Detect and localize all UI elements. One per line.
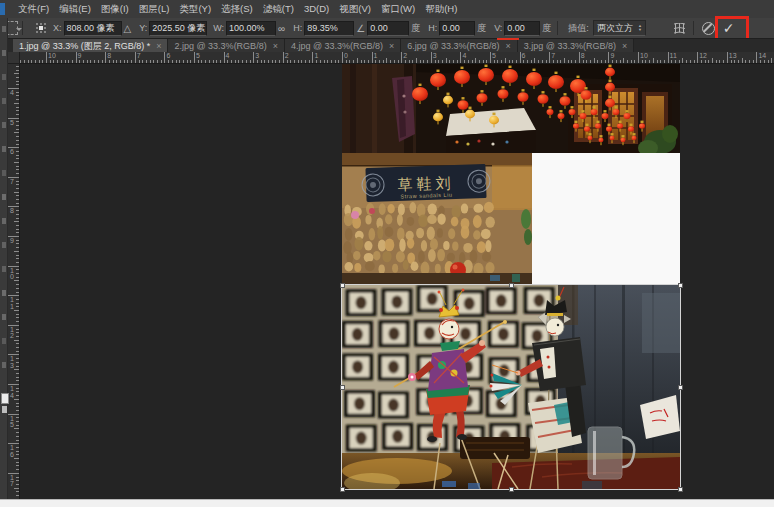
tools-panel-edge[interactable] <box>0 18 8 499</box>
tab-label: 4.jpg @ 33.3%(RGB/8) <box>291 41 383 51</box>
relative-position-icon[interactable]: △ <box>124 23 132 34</box>
width-input[interactable]: 100.00% <box>226 21 276 36</box>
ruler-number: 1 6 <box>10 445 14 458</box>
h-skew-unit: 度 <box>477 22 486 35</box>
ruler-number: 1 3 <box>10 356 14 369</box>
ruler-corner <box>8 52 20 64</box>
ruler-number: 1 5 <box>10 416 14 429</box>
tab-3jpg[interactable]: 3.jpg @ 33.3%(RGB/8) × <box>518 39 634 53</box>
tool-icon-fragment <box>2 74 6 80</box>
ruler-number: 7 <box>137 52 141 59</box>
height-input[interactable]: 89.35% <box>304 21 354 36</box>
transform-handle[interactable] <box>340 487 345 492</box>
lanterns-photo <box>342 64 680 153</box>
close-icon[interactable]: × <box>273 42 278 51</box>
divider <box>557 21 558 35</box>
shadow-puppets-photo[interactable] <box>342 285 680 489</box>
white-layer-area <box>532 153 680 285</box>
interpolation-select[interactable]: 两次立方 ▲▼ <box>593 20 646 36</box>
tool-icon-fragment <box>2 242 6 248</box>
ruler-number: 4 <box>226 52 230 59</box>
menu-layer[interactable]: 图层(L) <box>134 0 175 18</box>
transform-handle[interactable] <box>340 385 345 390</box>
y-position-input[interactable]: 2025.50 像素 <box>149 21 207 36</box>
ruler-number: 7 <box>10 179 14 186</box>
ruler-number: 8 <box>10 208 14 215</box>
tool-icon-fragment <box>2 314 6 320</box>
commit-transform-icon[interactable]: ✓ <box>723 21 735 35</box>
ruler-number: 9 <box>610 52 614 59</box>
select-arrows-icon: ▲▼ <box>638 24 642 32</box>
ruler-number: 7 <box>551 52 555 59</box>
tab-4jpg[interactable]: 4.jpg @ 33.3%(RGB/8) × <box>285 39 401 53</box>
x-label: X: <box>53 23 62 33</box>
tool-icon-fragment <box>2 290 6 296</box>
transform-handle[interactable] <box>509 487 514 492</box>
ruler-number: 2 <box>285 52 289 59</box>
tool-icon-fragment <box>2 338 6 344</box>
ruler-number: 1 <box>314 52 318 59</box>
transform-handle[interactable] <box>678 283 683 288</box>
warp-mode-icon[interactable] <box>673 23 686 34</box>
menu-type[interactable]: 类型(Y) <box>174 0 216 18</box>
horizontal-ruler[interactable]: 1098765432101234567891011121314 <box>20 52 774 64</box>
h-skew-label: H: <box>428 23 437 33</box>
menu-help[interactable]: 帮助(H) <box>420 0 462 18</box>
document-tab-bar: 1.jpg @ 33.3% (图层 2, RGB/8) * × 2.jpg @ … <box>0 38 774 52</box>
menu-file[interactable]: 文件(F) <box>13 0 54 18</box>
tab-label: 2.jpg @ 33.3%(RGB/8) <box>174 41 266 51</box>
interpolation-value: 两次立方 <box>597 22 633 35</box>
close-icon[interactable]: × <box>156 42 161 51</box>
tab-label: 1.jpg @ 33.3% (图层 2, RGB/8) * <box>19 40 150 53</box>
app-logo-icon <box>0 3 5 15</box>
menu-view[interactable]: 视图(V) <box>334 0 376 18</box>
ruler-number: 4 <box>462 52 466 59</box>
close-icon[interactable]: × <box>622 42 627 51</box>
ruler-number: 2 <box>403 52 407 59</box>
menu-window[interactable]: 窗口(W) <box>376 0 420 18</box>
reference-point-grid-icon[interactable] <box>35 22 47 34</box>
v-skew-input[interactable]: 0.00 <box>504 21 540 36</box>
ruler-number: 9 <box>10 238 14 245</box>
v-skew-label: V: <box>494 23 502 33</box>
ruler-number: 3 <box>255 52 259 59</box>
menu-filter[interactable]: 滤镜(T) <box>258 0 299 18</box>
tool-icon-fragment <box>2 194 6 200</box>
angle-icon: ∠ <box>356 23 365 34</box>
shop-sign-title: 草鞋刘 <box>397 174 455 193</box>
transform-handle[interactable] <box>509 283 514 288</box>
tool-icon-fragment <box>2 146 6 152</box>
transform-handle[interactable] <box>340 283 345 288</box>
transform-handle[interactable] <box>678 385 683 390</box>
tool-icon-fragment <box>2 266 6 272</box>
tab-2jpg[interactable]: 2.jpg @ 33.3%(RGB/8) × <box>168 39 284 53</box>
tool-icon-fragment <box>2 26 6 32</box>
menu-3d[interactable]: 3D(D) <box>299 0 334 18</box>
ruler-number: 12 <box>699 52 707 59</box>
tab-1jpg[interactable]: 1.jpg @ 33.3% (图层 2, RGB/8) * × <box>13 39 168 53</box>
close-icon[interactable]: × <box>389 42 394 51</box>
tool-icon-fragment <box>2 170 6 176</box>
vertical-ruler[interactable]: 4567891 01 11 21 31 41 51 61 7 <box>8 64 20 499</box>
menu-edit[interactable]: 编辑(E) <box>54 0 96 18</box>
h-skew-input[interactable]: 0.00 <box>439 21 475 36</box>
cancel-transform-icon[interactable] <box>702 22 715 35</box>
x-position-input[interactable]: 808.00 像素 <box>64 21 122 36</box>
menu-select[interactable]: 选择(S) <box>216 0 258 18</box>
transform-handle[interactable] <box>678 487 683 492</box>
ruler-number: 3 <box>433 52 437 59</box>
ruler-number: 10 <box>640 52 648 59</box>
y-label: Y: <box>139 23 147 33</box>
link-dimensions-icon[interactable]: ∞ <box>278 23 285 34</box>
close-icon[interactable]: × <box>506 42 511 51</box>
interpolation-label: 插值: <box>568 22 589 35</box>
menu-image[interactable]: 图像(I) <box>96 0 134 18</box>
foreground-color-swatch[interactable] <box>1 393 9 404</box>
ruler-number: 5 <box>492 52 496 59</box>
rotation-input[interactable]: 0.00 <box>367 21 409 36</box>
tab-6jpg[interactable]: 6.jpg @ 33.3%(RGB/8) × <box>401 39 517 53</box>
ruler-number: 1 2 <box>10 327 14 340</box>
ruler-number: 8 <box>581 52 585 59</box>
ruler-number: 6 <box>166 52 170 59</box>
background-color-swatch[interactable] <box>2 406 7 413</box>
